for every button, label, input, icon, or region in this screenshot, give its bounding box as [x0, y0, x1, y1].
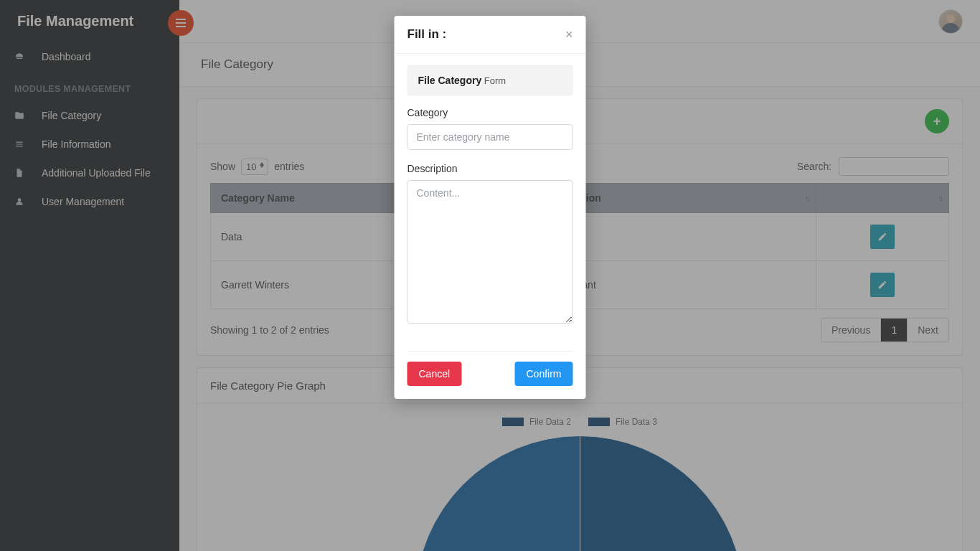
confirm-button[interactable]: Confirm: [514, 362, 573, 386]
form-title-strong: File Category: [418, 75, 482, 86]
modal-fill-in: Fill in : × File Category Form Category …: [395, 16, 586, 399]
close-button[interactable]: ×: [565, 28, 573, 41]
close-icon: ×: [565, 27, 573, 42]
description-label: Description: [407, 163, 573, 174]
form-title-sub: Form: [484, 75, 506, 86]
form-subheader: File Category Form: [407, 65, 573, 95]
cancel-button[interactable]: Cancel: [407, 362, 462, 386]
category-input[interactable]: [407, 124, 573, 150]
modal-title: Fill in :: [407, 27, 447, 42]
category-label: Category: [407, 107, 573, 118]
description-textarea[interactable]: [407, 180, 573, 324]
